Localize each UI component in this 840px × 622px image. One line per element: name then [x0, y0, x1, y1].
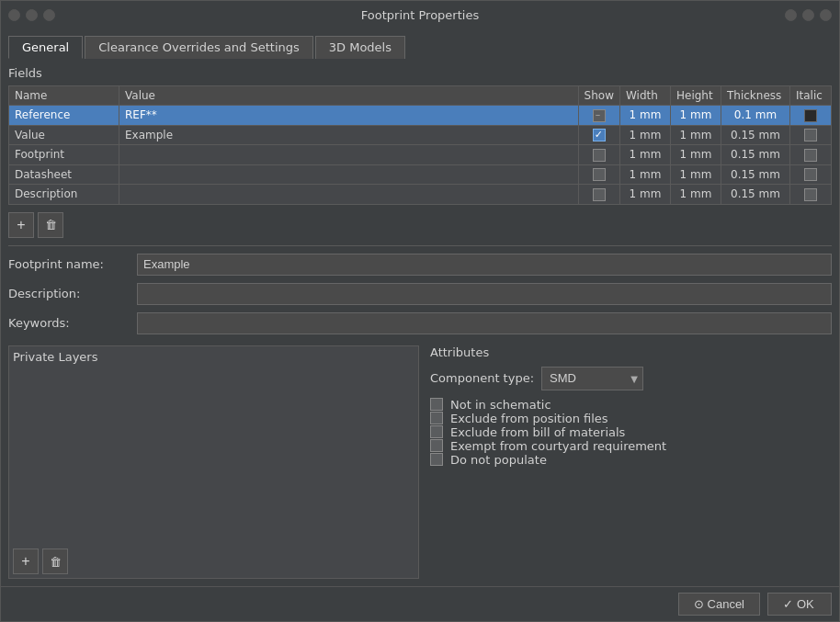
title-bar: Footprint Properties — [1, 1, 839, 28]
field-width: 1 mm — [620, 125, 671, 145]
delete-field-button[interactable]: 🗑 — [38, 212, 63, 238]
title-right — [785, 9, 832, 21]
col-value: Value — [119, 86, 579, 106]
footer: ⊙ Cancel ✓ OK — [1, 586, 839, 621]
field-value: Example — [119, 125, 579, 145]
delete-layer-button[interactable]: 🗑 — [42, 548, 68, 574]
component-type-select[interactable]: SMDThrough holeUnspecified — [541, 367, 643, 390]
attribute-checkbox[interactable] — [430, 453, 443, 466]
table-row[interactable]: ReferenceREF**1 mm1 mm0.1 mm — [9, 106, 832, 126]
field-height: 1 mm — [671, 145, 721, 165]
tab-clearance[interactable]: Clearance Overrides and Settings — [85, 36, 313, 59]
private-layers-title: Private Layers — [13, 350, 414, 364]
add-field-button[interactable]: + — [8, 212, 34, 238]
footprint-properties-window: Footprint Properties General Clearance O… — [0, 0, 840, 622]
private-layers-panel: Private Layers + 🗑 — [8, 345, 419, 580]
window-title: Footprint Properties — [361, 8, 479, 22]
col-name: Name — [9, 86, 119, 106]
extra-btn-1[interactable] — [785, 9, 797, 21]
component-type-row: Component type: SMDThrough holeUnspecifi… — [430, 367, 832, 390]
attribute-checkbox-row[interactable]: Not in schematic — [430, 398, 832, 412]
show-checkbox[interactable] — [593, 149, 606, 162]
cancel-button[interactable]: ⊙ Cancel — [678, 593, 760, 616]
attribute-checkbox-row[interactable]: Exempt from courtyard requirement — [430, 439, 832, 453]
field-name: Value — [9, 125, 119, 145]
window-controls — [8, 9, 55, 21]
attributes-panel: Attributes Component type: SMDThrough ho… — [426, 345, 832, 580]
cancel-label: Cancel — [708, 597, 744, 611]
field-name: Description — [9, 185, 119, 205]
field-show[interactable] — [578, 145, 619, 165]
attributes-title: Attributes — [430, 345, 832, 359]
keywords-input[interactable] — [137, 312, 832, 334]
field-width: 1 mm — [620, 185, 671, 205]
attribute-checkbox-label: Exclude from position files — [450, 412, 608, 425]
extra-btn-3[interactable] — [820, 9, 832, 21]
field-name: Footprint — [9, 145, 119, 165]
component-type-select-wrapper: SMDThrough holeUnspecified ▼ — [541, 367, 643, 390]
field-thickness: 0.15 mm — [721, 185, 790, 205]
field-show[interactable] — [578, 125, 619, 145]
italic-checkbox[interactable] — [804, 109, 817, 122]
italic-checkbox[interactable] — [804, 149, 817, 162]
italic-checkbox[interactable] — [804, 188, 817, 201]
tab-bar: General Clearance Overrides and Settings… — [8, 36, 832, 59]
field-show[interactable] — [578, 164, 619, 185]
field-thickness: 0.15 mm — [721, 125, 790, 145]
attribute-checkbox-row[interactable]: Exclude from bill of materials — [430, 425, 832, 439]
attribute-checkbox-row[interactable]: Exclude from position files — [430, 412, 832, 425]
attribute-checkbox-label: Exempt from courtyard requirement — [450, 439, 666, 453]
field-value — [119, 164, 579, 185]
table-row[interactable]: ValueExample1 mm1 mm0.15 mm — [9, 125, 832, 145]
show-checkbox[interactable] — [593, 188, 606, 201]
close-button[interactable] — [8, 9, 20, 21]
extra-btn-2[interactable] — [802, 9, 814, 21]
tab-general[interactable]: General — [8, 36, 83, 59]
attribute-checkbox[interactable] — [430, 439, 443, 452]
layers-toolbar: + 🗑 — [13, 548, 414, 574]
field-height: 1 mm — [671, 125, 721, 145]
show-checkbox[interactable] — [593, 129, 606, 141]
attribute-checkbox[interactable] — [430, 425, 443, 438]
description-input[interactable] — [137, 283, 832, 305]
component-type-label: Component type: — [430, 371, 534, 385]
field-thickness: 0.15 mm — [721, 164, 790, 185]
attribute-checkbox[interactable] — [430, 398, 443, 411]
field-italic[interactable] — [790, 106, 832, 126]
field-name: Reference — [9, 106, 119, 126]
minimize-button[interactable] — [26, 9, 38, 21]
attribute-checkboxes: Not in schematicExclude from position fi… — [430, 398, 832, 467]
field-width: 1 mm — [620, 164, 671, 185]
col-height: Height — [671, 86, 721, 106]
italic-checkbox[interactable] — [804, 129, 817, 141]
show-checkbox[interactable] — [593, 109, 606, 122]
field-thickness: 0.15 mm — [721, 145, 790, 165]
field-italic[interactable] — [790, 125, 832, 145]
add-layer-button[interactable]: + — [13, 548, 39, 574]
field-value — [119, 185, 579, 205]
field-height: 1 mm — [671, 164, 721, 185]
attribute-checkbox[interactable] — [430, 412, 443, 424]
field-italic[interactable] — [790, 185, 832, 205]
attribute-checkbox-label: Not in schematic — [450, 398, 551, 412]
tab-3d-models[interactable]: 3D Models — [315, 36, 405, 59]
divider-1 — [8, 245, 832, 246]
footprint-name-label: Footprint name: — [8, 257, 137, 271]
table-row[interactable]: Description1 mm1 mm0.15 mm — [9, 185, 832, 205]
table-row[interactable]: Datasheet1 mm1 mm0.15 mm — [9, 164, 832, 185]
field-italic[interactable] — [790, 145, 832, 165]
col-thickness: Thickness — [721, 86, 790, 106]
show-checkbox[interactable] — [593, 168, 606, 181]
ok-button[interactable]: ✓ OK — [767, 593, 832, 616]
attribute-checkbox-row[interactable]: Do not populate — [430, 453, 832, 467]
field-height: 1 mm — [671, 106, 721, 126]
field-italic[interactable] — [790, 164, 832, 185]
maximize-button[interactable] — [43, 9, 55, 21]
table-row[interactable]: Footprint1 mm1 mm0.15 mm — [9, 145, 832, 165]
footprint-name-input[interactable] — [137, 254, 832, 276]
field-show[interactable] — [578, 185, 619, 205]
italic-checkbox[interactable] — [804, 168, 817, 181]
field-value: REF** — [119, 106, 579, 126]
fields-section-label: Fields — [8, 66, 832, 80]
field-show[interactable] — [578, 106, 619, 126]
